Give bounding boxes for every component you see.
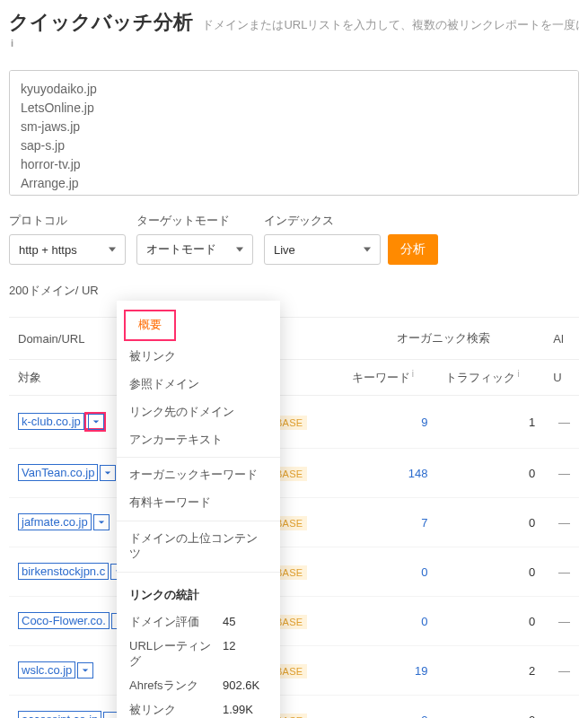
u-value: — <box>558 714 570 718</box>
target-mode-label: ターゲットモード <box>136 213 253 229</box>
chevron-down-icon <box>98 519 105 526</box>
u-value: — <box>558 565 570 579</box>
domain-link[interactable]: accessint.co.jp <box>18 711 101 718</box>
table-row: VanTean.co.jpFOUND IN OUR DATABASE1480— <box>9 449 579 498</box>
domain-link[interactable]: Coco-Flower.co. <box>18 612 110 629</box>
info-icon: i <box>517 369 519 379</box>
index-label: インデックス <box>264 213 438 229</box>
row-dropdown-toggle[interactable] <box>77 662 93 679</box>
keyword-count[interactable]: 0 <box>421 565 427 579</box>
menu-item-organic-kw[interactable]: オーガニックキーワード <box>117 461 280 489</box>
row-dropdown-toggle[interactable] <box>88 414 104 430</box>
stat-value: 45 <box>223 615 268 630</box>
u-value: — <box>558 664 570 678</box>
col-u: U <box>544 360 579 396</box>
traffic-value: 1 <box>529 416 535 429</box>
chevron-down-icon <box>82 667 89 674</box>
row-dropdown-toggle[interactable] <box>93 514 110 530</box>
target-mode-select[interactable]: オートモード <box>136 234 253 265</box>
domain-link[interactable]: VanTean.co.jp <box>18 464 98 481</box>
traffic-value: 0 <box>529 615 535 628</box>
domain-link[interactable]: k-club.co.jp <box>18 413 84 430</box>
u-value: — <box>558 467 570 480</box>
col-traffic[interactable]: トラフィックi <box>436 360 544 396</box>
info-icon: i <box>11 38 13 48</box>
analyze-button[interactable]: 分析 <box>388 234 438 265</box>
stat-key: URLレーティング <box>129 639 214 670</box>
chevron-down-icon <box>104 469 111 477</box>
u-value: — <box>558 416 570 429</box>
stat-value: 1.99K <box>223 703 268 718</box>
traffic-value: 0 <box>529 467 535 480</box>
menu-item-backlinks[interactable]: 被リンク <box>117 343 280 371</box>
stat-row: 被リンク1.99K <box>117 698 280 718</box>
protocol-select[interactable]: http + https <box>9 234 126 265</box>
keyword-count[interactable]: 9 <box>421 416 427 429</box>
url-list-input[interactable] <box>9 70 579 196</box>
row-dropdown-menu: 概要 被リンク 参照ドメイン リンク先のドメイン アンカーテキスト オーガニック… <box>117 301 280 718</box>
domain-link[interactable]: wslc.co.jp <box>18 661 75 679</box>
menu-item-linked-domains[interactable]: リンク先のドメイン <box>117 398 280 426</box>
index-select[interactable]: Live <box>264 234 381 265</box>
menu-item-overview[interactable]: 概要 <box>126 311 174 339</box>
page-subtitle: ドメインまたはURLリストを入力して、複数の被リンクレポートを一度に <box>202 17 579 33</box>
page-title: クイックバッチ分析i <box>9 9 193 59</box>
table-row: birkenstockjpn.cFOUND IN OUR DATABASE00— <box>9 547 579 597</box>
keyword-count[interactable]: 7 <box>421 516 427 530</box>
table-row: jafmate.co.jpFOUND IN OUR DATABASE70— <box>9 498 579 547</box>
stat-row: URLレーティング12 <box>117 635 280 674</box>
stat-value: 902.6K <box>223 679 268 694</box>
stat-value: 12 <box>223 639 268 670</box>
menu-item-anchor[interactable]: アンカーテキスト <box>117 426 280 454</box>
menu-item-ref-domains[interactable]: 参照ドメイン <box>117 371 280 398</box>
domain-link[interactable]: birkenstockjpn.c <box>18 563 109 580</box>
keyword-count[interactable]: 2 <box>421 714 427 718</box>
table-row: accessint.co.jpFOUND IN OUR DATABASE20— <box>9 696 579 718</box>
keyword-count[interactable]: 148 <box>408 467 428 480</box>
keyword-count[interactable]: 19 <box>415 664 427 678</box>
col-organic: オーガニック検索 <box>343 318 545 360</box>
results-table: Domain/URL オーガニック検索 Al 対象 キーワードi トラフィックi… <box>9 318 579 718</box>
info-icon: i <box>412 369 414 379</box>
menu-item-top-content[interactable]: ドメインの上位コンテンツ <box>117 525 280 568</box>
traffic-value: 0 <box>529 565 535 579</box>
traffic-value: 0 <box>529 516 535 530</box>
col-keywords[interactable]: キーワードi <box>343 360 437 396</box>
keyword-count[interactable]: 0 <box>421 615 427 628</box>
u-value: — <box>558 516 570 530</box>
chevron-down-icon <box>92 418 100 425</box>
stat-row: ドメイン評価45 <box>117 610 280 635</box>
table-row: Coco-Flower.co.FOUND IN OUR DATABASE00— <box>9 597 579 646</box>
protocol-label: プロトコル <box>9 213 126 229</box>
col-al: Al <box>544 318 579 360</box>
menu-item-paid-kw[interactable]: 有料キーワード <box>117 489 280 517</box>
table-row: wslc.co.jpFOUND IN OUR DATABASE192— <box>9 646 579 696</box>
stat-key: ドメイン評価 <box>129 615 214 630</box>
status-text: 200ドメイン/ UR <box>9 283 579 299</box>
u-value: — <box>558 615 570 628</box>
stats-heading: リンクの統計 <box>117 576 280 610</box>
traffic-value: 2 <box>529 664 535 678</box>
stat-key: Ahrefsランク <box>129 679 214 694</box>
domain-link[interactable]: jafmate.co.jp <box>18 513 92 530</box>
stat-key: 被リンク <box>129 703 214 718</box>
row-dropdown-toggle[interactable] <box>100 465 116 481</box>
table-row: k-club.co.jpFOUND IN OUR DATABASE91— <box>9 396 579 449</box>
traffic-value: 0 <box>529 714 535 718</box>
stat-row: Ahrefsランク902.6K <box>117 674 280 698</box>
